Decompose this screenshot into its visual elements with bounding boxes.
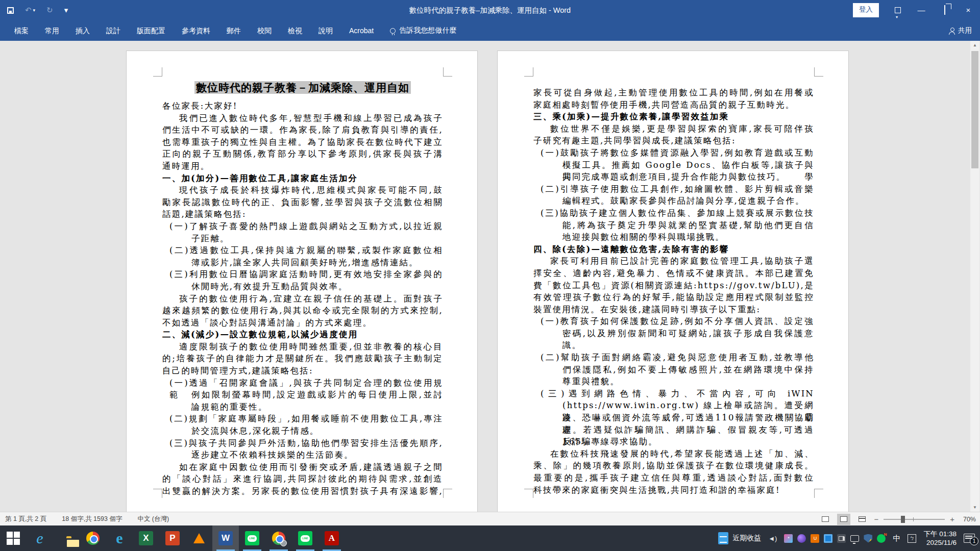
doc-line[interactable]: 費「數位工具包」資源(相關資源連結:https://gov.tw/bLU),是 — [533, 280, 814, 292]
doc-line[interactable]: 勵家長認識數位時代的正、負面影響,並學習與孩子交流數位相關 — [162, 196, 443, 209]
doc-line[interactable]: 也需尊重孩子的獨立性與自主權。為了協助家長在數位時代下建立 — [162, 136, 443, 148]
zoom-level[interactable]: 70% — [960, 516, 976, 523]
doc-line[interactable]: 自己的時間管理方式,建議策略包括: — [162, 365, 443, 377]
signin-button[interactable]: 登入 — [853, 3, 879, 17]
doc-line[interactable]: 於交流與休息,深化親子情感。 — [162, 425, 443, 437]
ribbon-tab-9[interactable]: 說明 — [312, 20, 339, 41]
doc-line[interactable]: 有效管理孩子數位行為的好幫手,能協助設定應用程式限制並監控 — [533, 291, 814, 304]
doc-line[interactable]: 正向的親子互動關係,教育部分享以下參考原則,供家長與孩子溝 — [162, 148, 443, 160]
doc-line[interactable]: 四、除(去除)—遠離數位危害,去除有害的影響 — [533, 243, 814, 256]
restore-button[interactable] — [933, 0, 957, 20]
doc-line[interactable]: 的;培養孩子的自律能力才是關鍵所在。我們應鼓勵孩子主動制定 — [162, 353, 443, 365]
document-page-2[interactable]: 家長可從自身做起,主動管理使用數位工具的時間,例如在用餐或家庭相處時刻暫停使用手… — [498, 51, 848, 512]
taskbar-file-explorer-icon[interactable] — [53, 525, 80, 551]
doc-line[interactable]: 模擬工具。推薦如 Google Docs、協作白板等,讓孩子與同學 — [533, 159, 814, 171]
taskbar-powerpoint-icon[interactable]: P — [159, 525, 186, 551]
doc-line[interactable]: 適度限制孩子的數位使用時間雖然重要,但並非教養的核心目 — [162, 341, 443, 353]
doc-line[interactable]: 出雙贏的解決方案。另家長的數位使用習慣對孩子具有深遠影響, — [162, 485, 443, 497]
taskbar-edge-icon[interactable]: e — [106, 525, 133, 551]
ribbon-tab-5[interactable]: 參考資料 — [176, 20, 216, 41]
doc-line[interactable]: 簿或影片,讓全家人共同回顧美好時光,增進感情連結。 — [162, 257, 443, 269]
close-button[interactable]: × — [957, 0, 980, 20]
ime-mode-icon[interactable]: ㄅ — [908, 534, 916, 543]
ribbon-tab-3[interactable]: 設計 — [100, 20, 127, 41]
doc-line[interactable]: 論規範的重要性。 — [162, 401, 443, 413]
doc-line[interactable]: 家庭相處時刻暫停使用手機,共同營造高品質的親子互動時光。 — [533, 99, 814, 111]
doc-line[interactable]: 一、加(加分)—善用數位工具,讓家庭生活加分 — [162, 172, 443, 185]
ribbon-tab-4[interactable]: 版面配置 — [131, 20, 172, 41]
doc-line[interactable]: 現代孩子成長於科技爆炸時代,思維模式與家長可能不同,鼓 — [162, 184, 443, 196]
doc-line[interactable]: (一)透過「召開家庭會議」,與孩子共同制定合理的數位使用規範, — [162, 377, 443, 389]
taskbar-chrome-icon[interactable] — [80, 525, 106, 551]
doc-line[interactable]: 的「談心對話」來進行協調,共同探討彼此的期待與需求,並創造 — [162, 473, 443, 485]
doc-line[interactable]: (三)協助孩子建立個人數位作品集、參加線上競賽或展示數位技 — [533, 207, 814, 219]
print-layout-button[interactable] — [837, 514, 850, 525]
doc-line[interactable]: 識。 — [533, 339, 814, 352]
ime-language-indicator[interactable]: 中 — [893, 534, 900, 543]
taskbar-internet-explorer-icon[interactable]: e — [27, 525, 53, 551]
share-button[interactable]: 共用 — [949, 20, 972, 41]
doc-line[interactable]: (一)了解孩子喜愛的熱門線上遊戲與網站之互動方式,以拉近親 — [162, 220, 443, 233]
scroll-up-icon[interactable]: ▲ — [970, 41, 979, 49]
doc-line[interactable]: (二)幫助孩子面對網絡霸凌,避免與惡意使用者互動,並教導他 — [533, 352, 814, 364]
taskbar-word-icon[interactable]: W — [212, 525, 239, 551]
emulator-icon[interactable] — [824, 534, 832, 543]
doc-line[interactable]: 不如透過「談心對話與溝通討論」的方式來處理。 — [162, 317, 443, 329]
doc-line[interactable]: 例如限制螢幕時間,設定遊戲或影片的每日使用上限,並討 — [162, 389, 443, 401]
minimize-button[interactable]: — — [910, 0, 933, 20]
doc-line[interactable]: (二)引導孩子使用數位工具創作,如繪圖軟體、影片剪輯或音樂 — [533, 183, 814, 195]
ribbon-tab-6[interactable]: 郵件 — [220, 20, 247, 41]
devices-icon[interactable] — [837, 534, 846, 543]
ribbon-tab-1[interactable]: 常用 — [39, 20, 65, 41]
java-icon[interactable]: U — [811, 534, 819, 543]
doc-line[interactable]: 休閒時光,有效提升互動品質與效率。 — [162, 281, 443, 293]
page-1-text[interactable]: 數位時代的親子教養－加減乘除、運用自如各位家長:大家好!我們已進入數位時代多年,… — [162, 78, 443, 497]
taskbar-vlc-icon[interactable] — [186, 525, 212, 551]
doc-line[interactable]: (三)與孩子共同參與戶外活動,協助他們學習安排生活優先順序, — [162, 437, 443, 449]
doc-line[interactable]: 家長可從自身做起,主動管理使用數位工具的時間,例如在用餐或 — [533, 87, 814, 99]
doc-line[interactable]: 子距離。 — [162, 233, 443, 245]
taskbar-chrome-profile-icon[interactable] — [265, 525, 292, 551]
page-2-text[interactable]: 家長可從自身做起,主動管理使用數位工具的時間,例如在用餐或家庭相處時刻暫停使用手… — [533, 87, 814, 496]
doc-line[interactable]: 凌、恐嚇或個資外流等威脅,可透過110報請警政機關協助處 — [533, 412, 814, 424]
doc-line[interactable]: 共同完成專題或創意項目,提升合作能力與數位技巧。 — [533, 171, 814, 183]
doc-line[interactable]: 二、減(減少)—設立數位規範,以減少過度使用 — [162, 329, 443, 341]
taskbar-clock[interactable]: 下午 01:38 2025/11/6 — [923, 530, 957, 547]
zoom-in-button[interactable]: + — [950, 515, 954, 523]
doc-line[interactable]: (三)利用數位日曆協調家庭活動時間,更有效地安排全家參與的 — [162, 268, 443, 281]
security-shield-icon[interactable] — [864, 534, 872, 543]
doc-line[interactable]: (二)規劃「家庭專屬時段」,如用餐或睡前不使用數位工具,專注 — [162, 413, 443, 425]
scrollbar-thumb[interactable] — [971, 51, 978, 168]
doc-line[interactable]: 子研究有趣主題,共同學習與成長,建議策略包括: — [533, 135, 814, 147]
line-notify-icon[interactable] — [877, 534, 886, 543]
taskbar-acrobat-icon[interactable]: A — [318, 525, 345, 551]
color-swirl-icon[interactable] — [797, 534, 806, 543]
doc-line[interactable]: 我們已進入數位時代多年,智慧型手機和線上學習已成為孩子 — [162, 112, 443, 124]
ribbon-display-options-button[interactable] — [886, 0, 910, 20]
doc-line[interactable]: 地迎接與數位相關的學科與職場挑戰。 — [533, 231, 814, 243]
volume-icon[interactable]: ◄) — [768, 535, 777, 542]
taskbar-line-2-icon[interactable]: LINE — [292, 525, 318, 551]
doc-line[interactable]: 尊重與禮貌。 — [533, 375, 814, 388]
document-area[interactable]: 數位時代的親子教養－加減乘除、運用自如各位家長:大家好!我們已進入數位時代多年,… — [0, 41, 980, 512]
zoom-slider-thumb[interactable] — [901, 516, 905, 523]
language-status[interactable]: 中文 (台灣) — [137, 515, 169, 523]
ribbon-tab-10[interactable]: Acrobat — [343, 20, 380, 41]
taskbar-start-icon[interactable] — [0, 525, 27, 551]
doc-line[interactable]: 密碼,以及辨別假新聞和可疑網站,讓孩子形成自我保護意 — [533, 328, 814, 340]
doc-line[interactable]: (三)遇到網路色情、暴力、不當內容,可向 iWIN — [533, 388, 814, 400]
doc-line[interactable]: 如在家庭中因數位使用而引發衝突或矛盾,建議透過親子之間 — [162, 461, 443, 473]
document-page-1[interactable]: 數位時代的親子教養－加減乘除、運用自如各位家長:大家好!我們已進入數位時代多年,… — [127, 51, 477, 512]
doc-line[interactable]: 最重要的是,攜手孩子建立信任與尊重,透過談心對話,面對數位 — [533, 472, 814, 484]
ribbon-tab-0[interactable]: 檔案 — [8, 20, 35, 41]
word-count-status[interactable]: 18 個字,共 1593 個字 — [62, 515, 122, 523]
zoom-slider[interactable] — [884, 519, 945, 520]
doc-line[interactable]: 家長可利用目前已設計完善的家庭數位管理工具,協助孩子選 — [533, 255, 814, 267]
taskbar-excel-icon[interactable]: X — [133, 525, 159, 551]
doc-line[interactable]: 裝置使用情況。在安裝後,建議同時引導孩子以下重點: — [533, 304, 814, 316]
document-title-line[interactable]: 數位時代的親子教養－加減乘除、運用自如 — [162, 78, 443, 100]
doc-line[interactable]: 各位家長:大家好! — [162, 100, 443, 112]
taskbar-line-icon[interactable]: LINE — [239, 525, 265, 551]
action-center-icon[interactable]: 1 — [964, 534, 975, 543]
doc-line[interactable]: (https://www.iwin.org.tw) 線上檢舉或諮詢。遭受網路霸 — [533, 399, 814, 412]
